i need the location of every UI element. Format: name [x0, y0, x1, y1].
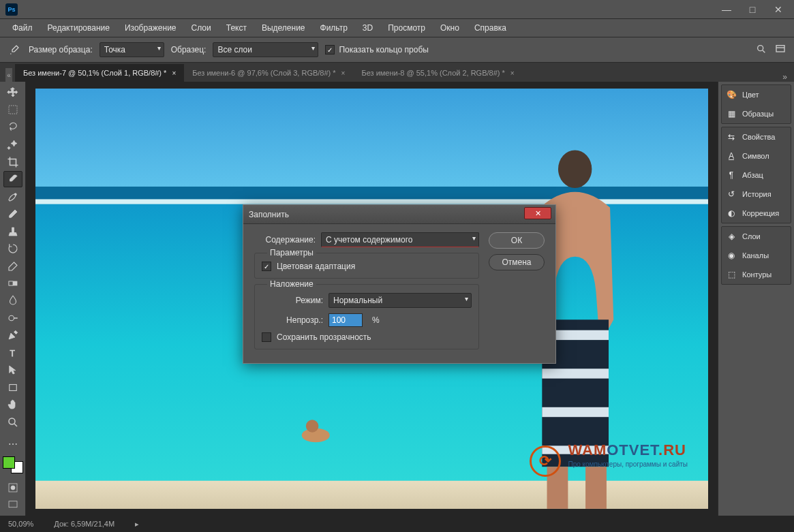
path-select-tool[interactable] — [3, 362, 22, 378]
menu-layers[interactable]: Слои — [185, 20, 218, 35]
svg-point-14 — [11, 486, 15, 490]
svg-point-8 — [9, 315, 14, 321]
menubar: Файл Редактирование Изображение Слои Тек… — [0, 19, 794, 37]
checkbox-icon — [262, 262, 271, 271]
history-brush-tool[interactable] — [3, 240, 22, 256]
svg-rect-28 — [542, 445, 609, 454]
menu-file[interactable]: Файл — [5, 20, 40, 35]
tab-close-icon[interactable]: × — [341, 69, 346, 77]
panel-channels[interactable]: ◉ Каналы — [722, 246, 791, 265]
menu-select[interactable]: Выделение — [255, 20, 312, 35]
menu-window[interactable]: Окно — [433, 20, 466, 35]
gradient-tool[interactable] — [3, 275, 22, 291]
document-info[interactable]: Док: 6,59M/21,4M — [54, 520, 114, 528]
eyedropper-tool[interactable] — [3, 171, 22, 187]
rectangle-tool[interactable] — [3, 379, 22, 395]
sample-label: Образец: — [171, 45, 207, 54]
menu-3d[interactable]: 3D — [356, 20, 380, 35]
crop-tool[interactable] — [3, 154, 22, 170]
workspace-icon[interactable] — [775, 44, 787, 56]
pen-tool[interactable] — [3, 328, 22, 343]
panel-label: Контуры — [742, 270, 772, 279]
status-chevron[interactable]: ▸ — [135, 520, 139, 529]
show-sampling-ring-checkbox[interactable]: Показать кольцо пробы — [325, 45, 428, 54]
zoom-tool[interactable] — [3, 414, 22, 430]
tab-close-icon[interactable]: × — [510, 69, 515, 77]
panel-label: Каналы — [742, 251, 769, 260]
type-tool[interactable]: T — [3, 345, 22, 360]
menu-filter[interactable]: Фильтр — [314, 20, 354, 35]
paths-icon: ⬚ — [726, 269, 737, 280]
blending-fieldset: Наложение Режим: Нормальный Непрозр.: % … — [254, 284, 479, 349]
edit-toolbar[interactable]: ⋯ — [3, 436, 22, 452]
tab-label: Без имени-8 @ 55,1% (Слой 2, RGB/8#) * — [361, 69, 504, 77]
magic-wand-tool[interactable] — [3, 136, 22, 152]
tab-label: Без имени-6 @ 97,6% (Слой 3, RGB/8#) * — [192, 69, 335, 77]
preserve-transparency-checkbox[interactable]: Сохранить прозрачность — [262, 332, 472, 342]
dialog-titlebar[interactable]: Заполнить ✕ — [243, 205, 555, 224]
menu-edit[interactable]: Редактирование — [41, 20, 117, 35]
sample-dropdown[interactable]: Все слои — [213, 42, 318, 57]
panel-label: Свойства — [742, 133, 775, 141]
svg-point-11 — [9, 418, 15, 424]
document-tab[interactable]: Без имени-8 @ 55,1% (Слой 2, RGB/8#) * × — [353, 64, 522, 82]
brush-tool[interactable] — [3, 206, 22, 222]
cancel-button[interactable]: Отмена — [489, 254, 545, 270]
move-tool[interactable] — [3, 84, 22, 100]
svg-line-12 — [14, 424, 17, 426]
color-swatches[interactable] — [3, 456, 23, 473]
panel-paragraph[interactable]: ¶ Абзац — [722, 166, 791, 185]
panel-label: Слои — [742, 232, 761, 240]
zoom-level[interactable]: 50,09% — [8, 520, 33, 528]
maximize-button[interactable]: □ — [742, 3, 763, 16]
tools-panel: T ⋯ — [0, 82, 26, 516]
foreground-color-swatch[interactable] — [3, 456, 15, 469]
menu-image[interactable]: Изображение — [118, 20, 183, 35]
document-tab[interactable]: Без имени-7 @ 50,1% (Слой 1, RGB/8#) * × — [15, 64, 184, 82]
healing-brush-tool[interactable] — [3, 189, 22, 204]
minimize-button[interactable]: — — [716, 3, 737, 16]
opacity-input[interactable] — [329, 313, 363, 327]
parameters-label: Параметры — [267, 248, 316, 257]
hand-tool[interactable] — [3, 396, 22, 412]
blur-tool[interactable] — [3, 293, 22, 309]
svg-line-1 — [763, 50, 765, 52]
panel-history[interactable]: ↺ История — [722, 185, 791, 204]
svg-rect-26 — [542, 369, 609, 378]
document-tab[interactable]: Без имени-6 @ 97,6% (Слой 3, RGB/8#) * × — [184, 64, 353, 82]
search-icon[interactable] — [756, 44, 768, 56]
content-dropdown[interactable]: С учетом содержимого — [321, 232, 479, 247]
swatches-icon: ▦ — [726, 108, 737, 119]
show-ring-label: Показать кольцо пробы — [339, 45, 428, 54]
menu-type[interactable]: Текст — [219, 20, 254, 35]
tab-scroll-left[interactable]: « — [5, 68, 12, 82]
eraser-tool[interactable] — [3, 258, 22, 274]
mode-dropdown[interactable]: Нормальный — [329, 293, 472, 308]
panel-color[interactable]: 🎨 Цвет — [722, 85, 791, 104]
panel-properties[interactable]: ⇆ Свойства — [722, 127, 791, 146]
color-adaptation-checkbox[interactable]: Цветовая адаптация — [262, 262, 472, 271]
tab-close-icon[interactable]: × — [172, 69, 176, 77]
panel-layers[interactable]: ◈ Слои — [722, 227, 791, 246]
menu-help[interactable]: Справка — [468, 20, 513, 35]
dodge-tool[interactable] — [3, 310, 22, 326]
panel-adjustments[interactable]: ◐ Коррекция — [722, 204, 791, 223]
tab-overflow[interactable]: » — [778, 72, 791, 82]
marquee-tool[interactable] — [3, 101, 22, 117]
dialog-close-button[interactable]: ✕ — [524, 207, 551, 219]
svg-rect-17 — [35, 187, 708, 201]
lasso-tool[interactable] — [3, 119, 22, 135]
svg-rect-7 — [9, 281, 13, 285]
sample-size-dropdown[interactable]: Точка — [100, 42, 164, 57]
quick-mask-tool[interactable] — [3, 480, 22, 495]
ok-button[interactable]: ОК — [489, 232, 545, 249]
screen-mode-tool[interactable] — [3, 497, 22, 512]
panel-paths[interactable]: ⬚ Контуры — [722, 265, 791, 284]
opacity-unit: % — [372, 315, 380, 325]
panel-swatches[interactable]: ▦ Образцы — [722, 104, 791, 123]
clone-stamp-tool[interactable] — [3, 223, 22, 239]
menu-view[interactable]: Просмотр — [381, 20, 432, 35]
close-button[interactable]: ✕ — [768, 3, 789, 16]
history-icon: ↺ — [726, 189, 737, 200]
panel-character[interactable]: A Символ — [722, 146, 791, 166]
